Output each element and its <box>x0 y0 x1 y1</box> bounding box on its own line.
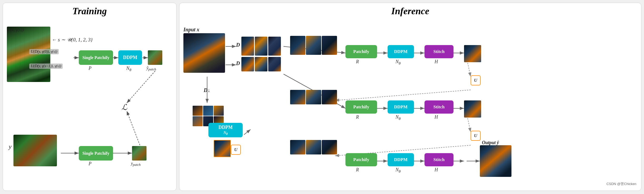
label-P2: P <box>89 161 91 167</box>
d-label-1: D <box>236 42 240 48</box>
label-Nth-row1: Nθ <box>396 59 401 66</box>
row2-patches <box>241 57 281 71</box>
label-loss: ℒ <box>121 103 127 112</box>
label-output-y: Output ŷ <box>482 140 499 146</box>
patchify-row1: Patchify <box>345 45 377 58</box>
ddpm-row1: DDPM <box>388 45 414 58</box>
u-box-row1: U <box>471 75 481 85</box>
label-R-row1: R <box>356 59 359 65</box>
ddpm-center-node: DDPM Nθ <box>208 123 243 137</box>
ddpm-node-training: DDPM <box>118 50 142 65</box>
label-input-x: Input x <box>183 27 199 33</box>
u-box-row2: U <box>471 131 481 141</box>
label-Nth-row2: Nθ <box>396 114 401 121</box>
stitch-row2: Stitch <box>425 100 453 114</box>
stitch-row3: Stitch <box>425 153 453 166</box>
ddpm-row3: DDPM <box>388 153 414 166</box>
training-image-dx <box>7 27 50 82</box>
watermark: CSDN @苦Chicken <box>606 182 636 186</box>
training-title: Training <box>6 6 174 17</box>
callout-u-sm1: U(D(y, γ(s−1)), γ(s)) <box>29 64 63 69</box>
input-x-image <box>183 33 225 73</box>
svg-line-27 <box>335 90 471 100</box>
label-Nth-row3: Nθ <box>396 167 401 174</box>
patchify-row2: Patchify <box>345 100 377 114</box>
label-R-row3: R <box>356 167 359 173</box>
training-panel: Training D(x, γ(s)) ← s ∼ 𝒰{0, 1, 2, 3} … <box>3 3 177 191</box>
inference-content: Input x D D D↓ <box>182 19 638 188</box>
single-patchify-1: Single Patchify <box>79 50 113 65</box>
label-s-dist: ← s ∼ 𝒰{0, 1, 2, 3} <box>52 37 92 43</box>
label-H-row2: H <box>435 114 438 120</box>
label-ypatch-hat: ŷpatch <box>147 66 156 71</box>
row3-large-patches <box>290 140 337 154</box>
training-image-y <box>13 135 57 166</box>
row1-patches <box>241 37 281 56</box>
patch-result-top <box>148 50 162 65</box>
patch-result-bottom <box>132 146 147 161</box>
label-ypatch: ypatch <box>131 161 141 167</box>
main-container: Training D(x, γ(s)) ← s ∼ 𝒰{0, 1, 2, 3} … <box>0 0 644 194</box>
row2-output-patch <box>464 100 481 118</box>
row2-large-patches <box>290 90 337 104</box>
ddpm-center-result <box>214 140 231 157</box>
stitch-row1: Stitch <box>425 45 453 58</box>
d-label-2: D <box>236 60 240 66</box>
label-Ntheta: Nθ <box>126 66 131 72</box>
label-P1: P <box>89 66 91 71</box>
ddpm-row2: DDPM <box>388 100 414 114</box>
svg-line-5 <box>127 71 155 103</box>
output-image <box>480 145 511 177</box>
label-dx-gamma-s: D(x, γ(s)) <box>7 27 24 32</box>
row1-output-patch <box>464 45 481 62</box>
inference-panel: Inference <box>179 3 641 191</box>
single-patchify-2: Single Patchify <box>79 146 113 161</box>
label-R-row2: R <box>356 114 359 120</box>
label-y: y <box>9 143 12 150</box>
label-H-row1: H <box>435 59 438 65</box>
svg-line-8 <box>127 111 140 145</box>
d-down-label: D↓ <box>204 87 210 93</box>
svg-line-16 <box>244 129 251 135</box>
inference-title: Inference <box>182 6 638 17</box>
label-H-row3: H <box>435 167 438 173</box>
callout-u-0: U(D(y, γ(0)), γ(s)) <box>29 49 59 54</box>
patchify-row3: Patchify <box>345 153 377 166</box>
training-content: D(x, γ(s)) ← s ∼ 𝒰{0, 1, 2, 3} U(D(y, γ(… <box>6 19 174 188</box>
row1-large-patches <box>290 36 337 55</box>
u-box-center: U <box>231 145 241 155</box>
